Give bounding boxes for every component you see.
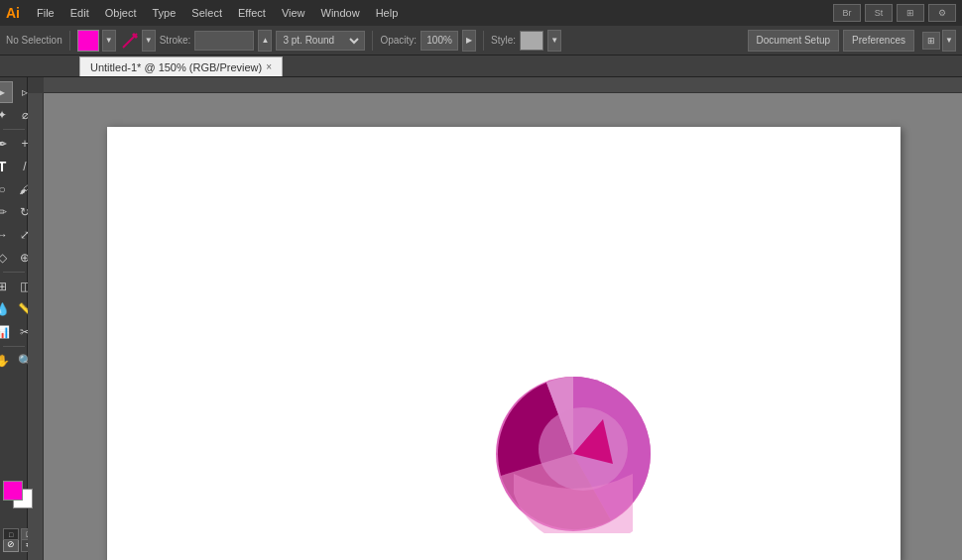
style-label: Style:: [491, 35, 516, 46]
fill-group: ▼: [77, 30, 116, 52]
stroke-input[interactable]: [194, 31, 254, 51]
menu-view[interactable]: View: [275, 5, 312, 21]
stock-button[interactable]: St: [865, 4, 893, 22]
magic-wand-tool[interactable]: ✦: [0, 104, 13, 126]
artboard: [107, 127, 901, 560]
grid-button[interactable]: ⊞: [897, 4, 924, 22]
foreground-swatch[interactable]: [3, 481, 23, 501]
style-arrow[interactable]: ▼: [547, 30, 561, 52]
menu-select[interactable]: Select: [184, 5, 229, 21]
stroke-icon: [120, 31, 140, 51]
menu-help[interactable]: Help: [369, 5, 406, 21]
extension-buttons: Br St ⊞ ⚙: [833, 4, 956, 22]
selection-tool[interactable]: ▸: [0, 81, 13, 103]
sep1: [69, 31, 70, 51]
pen-tool[interactable]: ✒: [0, 133, 13, 155]
menu-effect[interactable]: Effect: [231, 5, 273, 21]
arrange-arrow[interactable]: ▼: [942, 30, 956, 52]
menu-edit[interactable]: Edit: [63, 5, 96, 21]
opacity-arrow[interactable]: ▶: [462, 30, 476, 52]
main-layout: ▸ ▹ ✦ ⌀ ✒ + T / ○ 🖌 ✏ ↻ ↔ ⤢ ◇ ⊕: [0, 77, 962, 560]
hand-tool[interactable]: ✋: [0, 350, 13, 372]
eyedropper-tool[interactable]: 💧: [0, 298, 13, 320]
opacity-input[interactable]: [421, 31, 458, 51]
menu-window[interactable]: Window: [314, 5, 367, 21]
fill-swatch[interactable]: [77, 30, 99, 52]
ruler-corner: [28, 77, 44, 93]
shear-tool[interactable]: ◇: [0, 247, 13, 269]
style-swatch[interactable]: [520, 31, 543, 51]
pie-chart-svg: [494, 375, 653, 533]
doc-setup-button[interactable]: Document Setup: [748, 30, 840, 52]
reflect-tool[interactable]: ↔: [0, 224, 13, 246]
tab-close-button[interactable]: ×: [266, 61, 272, 72]
stroke-select[interactable]: 3 pt. Round: [276, 31, 365, 51]
tool-sep-3: [3, 346, 25, 347]
selection-label: No Selection: [6, 35, 62, 46]
opacity-label: Opacity:: [380, 35, 417, 46]
stroke-arrow[interactable]: ▼: [142, 30, 156, 52]
menu-type[interactable]: Type: [146, 5, 183, 21]
settings-ext-button[interactable]: ⚙: [928, 4, 956, 22]
type-tool[interactable]: T: [0, 156, 13, 177]
sep2: [372, 31, 373, 51]
pie-chart: [494, 375, 653, 535]
tab-title: Untitled-1* @ 150% (RGB/Preview): [90, 61, 262, 73]
tool-sep-1: [3, 129, 25, 130]
arrange-button[interactable]: ⊞: [922, 32, 940, 50]
pencil-tool[interactable]: ✏: [0, 201, 13, 223]
normal-mode-icon[interactable]: □: [3, 528, 19, 540]
preferences-button[interactable]: Preferences: [843, 30, 914, 52]
stroke-size-select[interactable]: 3 pt. Round: [279, 32, 362, 50]
horizontal-ruler: [28, 77, 962, 93]
tab-bar: Untitled-1* @ 150% (RGB/Preview) ×: [0, 56, 962, 77]
ellipse-tool[interactable]: ○: [0, 178, 13, 200]
bridge-button[interactable]: Br: [833, 4, 861, 22]
sep3: [483, 31, 484, 51]
tool-sep-2: [3, 272, 25, 273]
stroke-up[interactable]: ▲: [258, 30, 272, 52]
menu-bar: Ai File Edit Object Type Select Effect V…: [0, 0, 962, 26]
app-logo: Ai: [6, 5, 20, 21]
options-toolbar: No Selection ▼ ▼ Stroke: ▲ 3 pt. Round O…: [0, 26, 962, 56]
menu-file[interactable]: File: [30, 5, 61, 21]
chart-tool[interactable]: 📊: [0, 321, 13, 343]
stroke-label: Stroke:: [160, 35, 191, 46]
canvas-area: [28, 77, 962, 560]
document-tab[interactable]: Untitled-1* @ 150% (RGB/Preview) ×: [79, 56, 283, 76]
left-toolbar: ▸ ▹ ✦ ⌀ ✒ + T / ○ 🖌 ✏ ↻ ↔ ⤢ ◇ ⊕: [0, 77, 28, 560]
menu-object[interactable]: Object: [98, 5, 144, 21]
mesh-tool[interactable]: ⊞: [0, 276, 13, 297]
fill-arrow[interactable]: ▼: [102, 30, 116, 52]
